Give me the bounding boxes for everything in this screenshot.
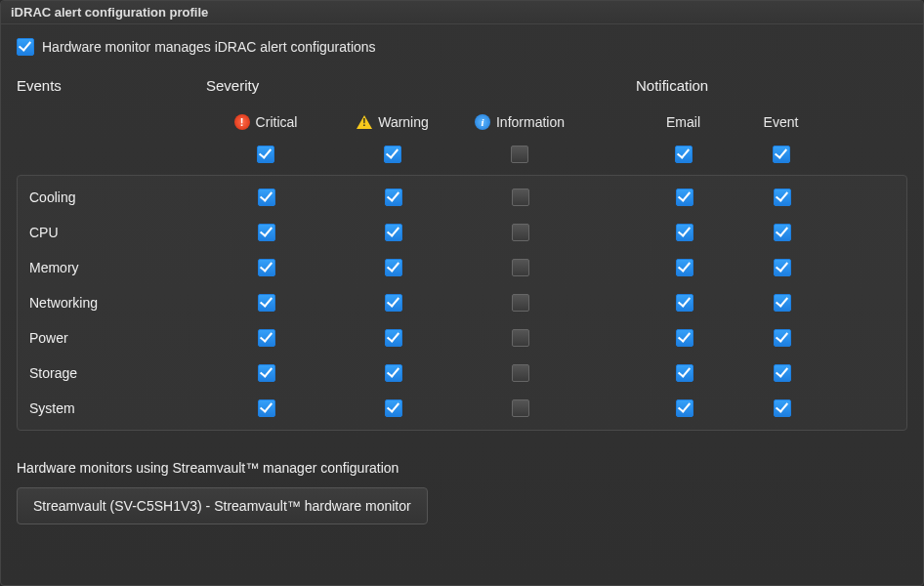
cb-event[interactable]: [774, 364, 791, 382]
master-toggle-checkbox[interactable]: [17, 38, 34, 56]
master-col-cb-information[interactable]: [511, 146, 528, 163]
col-header-warning: Warning: [329, 114, 456, 130]
master-col-cb-event[interactable]: [773, 146, 790, 163]
cb-warning[interactable]: [385, 399, 402, 417]
event-row: CPU: [18, 215, 906, 250]
event-row: Storage: [18, 356, 906, 391]
cb-information[interactable]: [512, 294, 529, 312]
master-toggle-row: Hardware monitor manages iDRAC alert con…: [17, 38, 907, 56]
group-header-row: Events Severity Notification: [17, 69, 907, 105]
events-header: Events: [17, 77, 202, 98]
master-col-cb-email[interactable]: [675, 146, 693, 163]
notification-header: Notification: [632, 77, 827, 98]
cb-warning[interactable]: [385, 188, 402, 206]
cb-information[interactable]: [512, 364, 529, 382]
cb-information[interactable]: [512, 224, 529, 241]
cb-information[interactable]: [512, 329, 529, 347]
cb-email[interactable]: [676, 259, 693, 276]
cb-warning[interactable]: [385, 364, 402, 382]
event-row: System: [18, 391, 906, 426]
cb-event[interactable]: [774, 188, 791, 206]
event-label: CPU: [18, 225, 203, 240]
monitor-item[interactable]: Streamvault (SV-C5SH1V3) - Streamvault™ …: [17, 487, 428, 524]
cb-critical[interactable]: [258, 329, 275, 347]
event-label: Memory: [18, 260, 203, 275]
cb-warning[interactable]: [385, 294, 402, 312]
cb-critical[interactable]: [258, 259, 275, 276]
cb-event[interactable]: [774, 294, 791, 312]
info-icon: i: [475, 114, 490, 130]
col-header-information: i Information: [456, 114, 583, 130]
cb-email[interactable]: [676, 224, 693, 241]
critical-icon: !: [234, 114, 250, 130]
cb-critical[interactable]: [258, 294, 275, 312]
panel-content: Hardware monitor manages iDRAC alert con…: [1, 24, 923, 534]
event-label: Networking: [18, 295, 203, 311]
cb-warning[interactable]: [385, 224, 402, 241]
warning-icon: [357, 115, 372, 129]
cb-critical[interactable]: [258, 224, 275, 241]
event-row: Networking: [18, 285, 906, 320]
idrac-alert-config-panel: iDRAC alert configuration profile Hardwa…: [0, 0, 924, 586]
cb-event[interactable]: [774, 224, 791, 241]
column-header-row: ! Critical Warning i Information Email E…: [17, 105, 907, 140]
cb-information[interactable]: [512, 188, 529, 206]
cb-critical[interactable]: [258, 399, 275, 417]
events-table: CoolingCPUMemoryNetworkingPowerStorageSy…: [17, 175, 907, 431]
event-row: Power: [18, 320, 906, 356]
event-label: Cooling: [18, 189, 203, 205]
cb-email[interactable]: [676, 364, 693, 382]
col-header-email: Email: [632, 114, 735, 130]
cb-email[interactable]: [676, 329, 693, 347]
cb-critical[interactable]: [258, 188, 275, 206]
master-toggle-label: Hardware monitor manages iDRAC alert con…: [42, 39, 376, 55]
event-label: Power: [18, 330, 203, 346]
col-header-critical: ! Critical: [202, 114, 329, 130]
severity-header: Severity: [202, 77, 583, 98]
monitors-list: Streamvault (SV-C5SH1V3) - Streamvault™ …: [17, 487, 907, 524]
cb-event[interactable]: [774, 329, 791, 347]
cb-email[interactable]: [676, 399, 693, 417]
cb-warning[interactable]: [385, 259, 402, 276]
master-col-cb-warning[interactable]: [384, 146, 401, 163]
cb-information[interactable]: [512, 399, 529, 417]
event-label: System: [18, 400, 203, 416]
cb-critical[interactable]: [258, 364, 275, 382]
event-row: Memory: [18, 250, 906, 285]
cb-email[interactable]: [676, 188, 693, 206]
column-master-checkbox-row: [17, 140, 907, 169]
cb-event[interactable]: [774, 399, 791, 417]
cb-email[interactable]: [676, 294, 693, 312]
col-header-event: Event: [735, 114, 827, 130]
cb-information[interactable]: [512, 259, 529, 276]
monitors-heading: Hardware monitors using Streamvault™ man…: [17, 460, 907, 476]
master-col-cb-critical[interactable]: [257, 146, 274, 163]
event-label: Storage: [18, 365, 203, 381]
cb-event[interactable]: [774, 259, 791, 276]
panel-title: iDRAC alert configuration profile: [1, 1, 923, 24]
event-row: Cooling: [18, 180, 906, 215]
cb-warning[interactable]: [385, 329, 402, 347]
